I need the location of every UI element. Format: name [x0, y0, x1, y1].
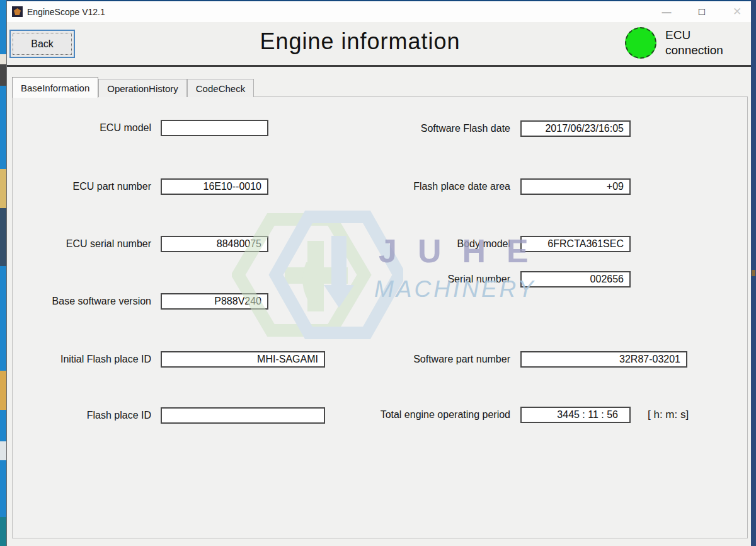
ecu-serial-number-label: ECU serial number — [0, 236, 151, 252]
tab-operation-history[interactable]: OperationHistory — [98, 79, 187, 97]
window-controls: — ☐ ✕ — [660, 1, 743, 22]
ecu-part-number-label: ECU part number — [0, 178, 151, 195]
page-title: Engine information — [7, 28, 713, 55]
operating-period-unit-label: [ h: m: s] — [648, 407, 689, 423]
desktop-edge-right — [751, 0, 756, 546]
initial-flash-place-id-field[interactable] — [161, 351, 325, 368]
body-model-label: Body model — [377, 236, 510, 252]
title-bar: EngineScope V12.1 — ☐ ✕ — [7, 1, 751, 22]
tab-base-information[interactable]: BaseInformation — [12, 77, 98, 98]
maximize-button[interactable]: ☐ — [696, 7, 708, 17]
tab-code-check[interactable]: CodeCheck — [187, 79, 254, 97]
header-separator — [7, 65, 751, 67]
header: Back Engine information ECU connection — [7, 22, 751, 64]
window-title: EngineScope V12.1 — [27, 7, 105, 17]
app-icon — [12, 6, 23, 17]
base-software-version-field[interactable] — [161, 293, 268, 310]
tab-strip: BaseInformation OperationHistory CodeChe… — [12, 77, 254, 98]
ecu-connection-status: ECU connection — [625, 27, 740, 59]
ecu-connection-label: ECU connection — [665, 28, 740, 58]
total-engine-operating-period-field[interactable] — [520, 407, 631, 423]
software-part-number-label: Software part number — [377, 351, 510, 368]
software-flash-date-label: Software Flash date — [377, 120, 510, 137]
flash-place-id-field[interactable] — [161, 407, 325, 424]
serial-number-field[interactable] — [520, 271, 631, 288]
serial-number-label: Serial number — [377, 271, 510, 288]
total-engine-operating-period-label: Total engine operating period — [377, 407, 510, 423]
flash-place-date-area-field[interactable] — [520, 178, 631, 195]
ecu-model-field[interactable] — [161, 120, 268, 136]
tab-content-panel — [12, 96, 748, 538]
ecu-part-number-field[interactable] — [161, 178, 268, 195]
ecu-connection-lamp-icon — [625, 27, 656, 59]
close-button[interactable]: ✕ — [731, 5, 743, 18]
desktop-edge-left — [0, 0, 6, 546]
initial-flash-place-id-label: Initial Flash place ID — [0, 351, 151, 368]
ecu-model-label: ECU model — [0, 120, 151, 136]
software-part-number-field[interactable] — [520, 351, 687, 368]
software-flash-date-field[interactable] — [520, 120, 631, 137]
flash-place-date-area-label: Flash place date area — [377, 178, 510, 195]
base-software-version-label: Base software version — [0, 293, 151, 310]
minimize-button[interactable]: — — [660, 6, 673, 17]
flash-place-id-label: Flash place ID — [0, 407, 151, 424]
body-model-field[interactable] — [520, 236, 631, 252]
ecu-serial-number-field[interactable] — [161, 236, 268, 252]
screen: EngineScope V12.1 — ☐ ✕ Back Engine info… — [0, 0, 756, 546]
